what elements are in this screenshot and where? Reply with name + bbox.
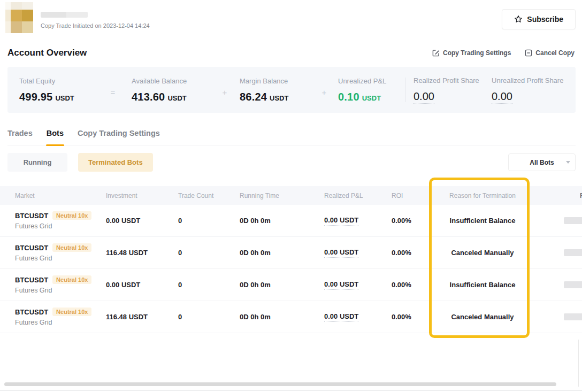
plus-operator: + — [210, 88, 240, 97]
active-tab-underline — [46, 144, 64, 146]
copy-trading-settings-label: Copy Trading Settings — [443, 49, 511, 57]
total-equity-value: 499.95 — [19, 91, 52, 103]
trader-avatar — [5, 2, 33, 33]
action-button-redacted[interactable] — [564, 281, 582, 288]
right-divider — [578, 340, 579, 387]
trader-info: Copy Trade Initiated on 2023-12-04 14:24 — [41, 2, 150, 33]
chevron-down-icon — [566, 161, 570, 164]
unrealized-profit-share-value: 0.00 — [492, 90, 512, 104]
col-market: Market — [0, 192, 106, 199]
action-button-redacted[interactable] — [564, 249, 582, 256]
minus-square-icon — [525, 49, 532, 57]
trader-header: Copy Trade Initiated on 2023-12-04 14:24… — [0, 0, 582, 33]
table-row: BTCUSDTNeutral 10x Futures Grid 0.00 USD… — [0, 205, 582, 237]
stat-total-equity: Total Equity 499.95USDT — [19, 77, 94, 103]
margin-balance-value: 86.24 — [240, 91, 267, 103]
main-tabs: Trades Bots Copy Trading Settings — [7, 129, 576, 145]
table-row: BTCUSDTNeutral 10x Futures Grid 0.00 USD… — [0, 269, 582, 301]
grid-mode-badge: Neutral 10x — [52, 275, 91, 284]
plus-operator: + — [310, 88, 338, 97]
realized-pnl-value: 0.00 USDT — [324, 248, 358, 258]
realized-pnl-value: 0.00 USDT — [324, 280, 358, 290]
tab-copy-trading-settings[interactable]: Copy Trading Settings — [78, 129, 160, 145]
strategy-type: Futures Grid — [15, 287, 106, 294]
trader-name-redacted — [41, 12, 88, 18]
col-running-time: Running Time — [240, 192, 324, 199]
strategy-type: Futures Grid — [15, 222, 106, 230]
equals-operator: = — [94, 88, 132, 97]
subscribe-label: Subscribe — [527, 15, 563, 24]
realized-profit-share-value: 0.00 — [413, 90, 434, 104]
roi-value: 0.00% — [392, 217, 440, 225]
cancel-copy-label: Cancel Copy — [535, 49, 575, 57]
investment-value: 0.00 USDT — [106, 281, 178, 289]
tab-trades[interactable]: Trades — [7, 129, 33, 145]
stat-realized-profit-share: Realized Profit Share 0.00 — [413, 76, 492, 104]
strategy-type: Futures Grid — [15, 319, 106, 326]
action-button-redacted[interactable] — [564, 217, 582, 224]
edit-icon — [432, 49, 440, 57]
investment-value: 116.48 USDT — [106, 249, 178, 257]
table-row: BTCUSDTNeutral 10x Futures Grid 116.48 U… — [0, 237, 582, 269]
bots-dropdown[interactable]: All Bots — [508, 153, 576, 171]
bots-dropdown-value: All Bots — [530, 159, 554, 166]
market-symbol: BTCUSDT — [15, 212, 48, 220]
market-symbol: BTCUSDT — [15, 308, 48, 316]
action-button-redacted[interactable] — [564, 313, 582, 320]
market-symbol: BTCUSDT — [15, 276, 48, 284]
account-stats-panel: Total Equity 499.95USDT = Available Bala… — [7, 67, 576, 113]
stat-margin-balance: Margin Balance 86.24USDT — [240, 77, 310, 103]
account-overview-header: Account Overview Copy Trading Settings C… — [7, 48, 575, 58]
table-header: Market Investment Trade Count Running Ti… — [0, 186, 582, 205]
subscribe-button[interactable]: Subscribe — [502, 9, 576, 29]
stats-divider — [405, 78, 405, 102]
horizontal-scrollbar[interactable] — [4, 382, 556, 386]
col-realized-pnl: Realized P&L — [324, 192, 392, 199]
termination-reason: Insufficient Balance — [440, 281, 525, 289]
grid-mode-badge: Neutral 10x — [52, 308, 91, 316]
available-balance-label: Available Balance — [132, 77, 210, 85]
market-symbol: BTCUSDT — [15, 244, 48, 252]
copy-trade-initiated-text: Copy Trade Initiated on 2023-12-04 14:24 — [41, 22, 150, 29]
bottom-divider — [0, 390, 582, 391]
grid-mode-badge: Neutral 10x — [52, 211, 91, 220]
cancel-copy-button[interactable]: Cancel Copy — [525, 49, 575, 57]
col-trade-count: Trade Count — [178, 192, 240, 199]
roi-value: 0.00% — [392, 249, 440, 257]
tab-bots[interactable]: Bots — [47, 129, 64, 145]
table-row: BTCUSDTNeutral 10x Futures Grid 116.48 U… — [0, 301, 582, 333]
termination-reason: Canceled Manually — [440, 249, 525, 257]
realized-pnl-value: 0.00 USDT — [324, 216, 358, 226]
running-time-value: 0D 0h 0m — [240, 249, 324, 257]
stat-available-balance: Available Balance 413.60USDT — [132, 77, 210, 103]
trade-count-value: 0 — [178, 313, 240, 321]
investment-value: 0.00 USDT — [106, 217, 178, 225]
trade-count-value: 0 — [178, 281, 240, 289]
strategy-type: Futures Grid — [15, 255, 106, 262]
unrealized-pnl-value: 0.10 — [338, 91, 359, 103]
copy-trading-settings-button[interactable]: Copy Trading Settings — [432, 49, 511, 57]
realized-pnl-value: 0.00 USDT — [324, 312, 358, 322]
page-title: Account Overview — [7, 48, 87, 58]
roi-value: 0.00% — [392, 281, 440, 289]
stat-unrealized-pnl: Unrealized P&L 0.10USDT — [338, 77, 397, 103]
grid-mode-badge: Neutral 10x — [52, 243, 91, 252]
trade-count-value: 0 — [178, 217, 240, 225]
running-time-value: 0D 0h 0m — [240, 313, 324, 321]
unrealized-pnl-label: Unrealized P&L — [338, 77, 397, 85]
filter-running[interactable]: Running — [7, 153, 67, 172]
running-time-value: 0D 0h 0m — [240, 281, 324, 289]
termination-reason: Canceled Manually — [440, 313, 525, 321]
trade-count-value: 0 — [178, 249, 240, 257]
available-balance-value: 413.60 — [132, 91, 165, 103]
investment-value: 116.48 USDT — [106, 313, 178, 321]
margin-balance-label: Margin Balance — [240, 77, 310, 85]
termination-reason: Insufficient Balance — [440, 217, 525, 225]
col-roi: ROI — [392, 192, 440, 199]
stat-unrealized-profit-share: Unrealized Profit Share 0.00 — [492, 76, 563, 104]
col-investment: Investment — [106, 192, 178, 199]
filter-terminated-bots[interactable]: Terminated Bots — [78, 153, 153, 172]
col-clipped: R — [580, 192, 582, 199]
col-reason-for-termination: Reason for Termination — [440, 192, 525, 199]
copy-trading-page: Copy Trade Initiated on 2023-12-04 14:24… — [0, 0, 582, 392]
